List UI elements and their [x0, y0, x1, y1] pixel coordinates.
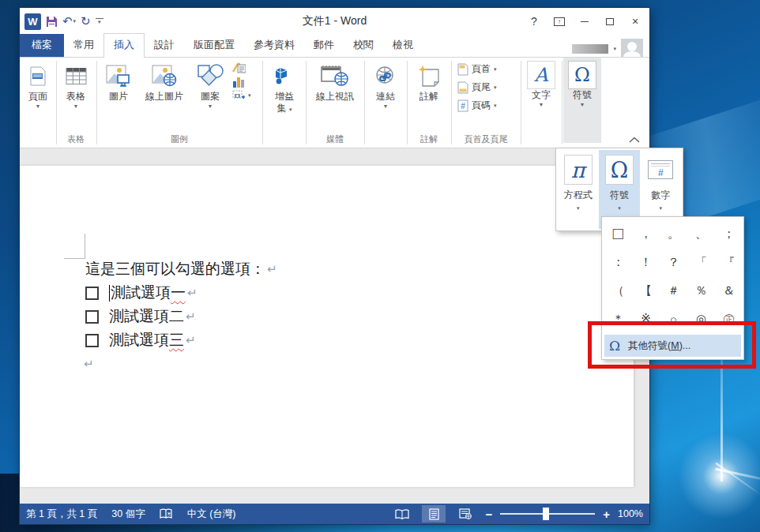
- proofing-status-button[interactable]: [160, 508, 173, 519]
- footer-icon: [457, 81, 468, 94]
- symbol-cell[interactable]: 【: [632, 276, 660, 305]
- symbol-cell[interactable]: ；: [715, 219, 743, 248]
- symbol-button[interactable]: Ω 符號▼: [563, 58, 601, 143]
- symbol-cell[interactable]: 『: [715, 248, 743, 276]
- print-layout-button[interactable]: [422, 505, 446, 523]
- zoom-level[interactable]: 100%: [618, 508, 643, 519]
- qat-customize-icon[interactable]: ▾: [96, 18, 103, 24]
- shapes-icon: [197, 61, 224, 91]
- checkbox-glyph[interactable]: [85, 310, 99, 324]
- word-logo-icon[interactable]: W: [24, 13, 41, 30]
- symbol-cell[interactable]: ％: [687, 276, 715, 305]
- symbol-cell[interactable]: 「: [687, 248, 715, 276]
- language-indicator[interactable]: 中文 (台灣): [187, 508, 236, 521]
- symbol-cell[interactable]: 。: [660, 219, 687, 248]
- symbol-cell[interactable]: ＃: [660, 276, 687, 305]
- tab-layout[interactable]: 版面配置: [184, 34, 244, 57]
- zoom-in-button[interactable]: +: [603, 508, 610, 520]
- group-table: 表格▼ 表格: [58, 58, 94, 148]
- tab-mailings[interactable]: 郵件: [304, 34, 344, 57]
- misspelled-word: 一: [171, 283, 186, 303]
- group-comments: 註解 註解: [408, 58, 450, 148]
- tab-file[interactable]: 檔案: [20, 34, 64, 57]
- group-text: A 文字▼: [522, 58, 560, 148]
- table-icon: [66, 61, 87, 91]
- checkbox-line: 測試選項二↵: [85, 305, 277, 328]
- pictures-button[interactable]: 圖片: [103, 61, 134, 103]
- text-icon: A: [527, 61, 555, 89]
- equation-button[interactable]: π 方程式▾: [558, 150, 598, 229]
- group-media: 線上視訊 媒體: [307, 58, 363, 148]
- undo-button[interactable]: ↶ ▾: [62, 14, 76, 28]
- tab-review[interactable]: 校閱: [344, 34, 383, 57]
- maximize-button[interactable]: [599, 12, 621, 31]
- tab-insert[interactable]: 插入: [103, 33, 145, 58]
- margin-crop-mark: [64, 258, 85, 259]
- symbol-cell[interactable]: ：: [604, 248, 632, 276]
- help-button[interactable]: ?: [523, 12, 545, 31]
- collapse-ribbon-button[interactable]: [629, 137, 640, 143]
- web-layout-button[interactable]: [453, 505, 477, 523]
- paragraph-mark: ↵: [186, 309, 196, 324]
- table-button[interactable]: 表格▼: [61, 61, 91, 110]
- header-button[interactable]: 頁首▾: [457, 62, 497, 76]
- zoom-slider[interactable]: [500, 513, 595, 515]
- checkbox-glyph[interactable]: [85, 287, 99, 300]
- quick-access-toolbar: W ↶ ▾ ↻ ▾: [20, 13, 103, 30]
- redo-button[interactable]: ↻: [81, 14, 91, 28]
- group-label-header-footer: 頁首及頁尾: [453, 133, 519, 145]
- tab-references[interactable]: 參考資料: [244, 34, 304, 57]
- chart-button[interactable]: [232, 76, 245, 88]
- symbol-grid: □ ， 。 、 ； ： ！ ？ 「 『 （ 【 ＃ ％ ＆ ＊ ※ ○ ◎ ㊣: [604, 219, 741, 333]
- illustrations-small-buttons: ▾: [232, 62, 251, 100]
- read-mode-button[interactable]: [390, 505, 414, 523]
- ribbon-display-options-button[interactable]: ↑: [548, 12, 570, 31]
- symbol-cell[interactable]: ！: [632, 248, 660, 276]
- checkbox-glyph[interactable]: [85, 334, 99, 347]
- symbol-cell[interactable]: （: [604, 276, 632, 305]
- symbol-cell[interactable]: 、: [687, 219, 715, 248]
- addins-icon: [274, 61, 295, 91]
- status-bar: 第 1 頁，共 1 頁 30 個字 中文 (台灣) − + 100%: [20, 504, 649, 524]
- page-number-button[interactable]: # 頁碼▾: [457, 99, 497, 112]
- symbol-cell[interactable]: ，: [632, 219, 660, 248]
- close-button[interactable]: ×: [624, 12, 646, 31]
- tab-view[interactable]: 檢視: [383, 34, 423, 57]
- symbol-cell[interactable]: ＆: [715, 276, 743, 305]
- ribbon: 頁面▼ 表格▼ 表格 圖片: [20, 57, 649, 148]
- group-label-media: 媒體: [307, 133, 363, 145]
- pages-button[interactable]: 頁面▼: [23, 61, 53, 110]
- screenshot-dropdown-icon[interactable]: ▾: [248, 92, 251, 99]
- document-page[interactable]: 這是三個可以勾選的選項：↵ 測試選項一↵ 測試選項二↵ 測試選項三↵ ↵: [20, 166, 634, 487]
- word-count[interactable]: 30 個字: [111, 508, 145, 521]
- group-addins: 增益集 ▾: [265, 58, 304, 148]
- page-indicator[interactable]: 第 1 頁，共 1 頁: [26, 508, 97, 521]
- minimize-button[interactable]: [574, 12, 596, 31]
- symbol-cell[interactable]: ？: [660, 248, 687, 276]
- chart-icon: [232, 76, 245, 88]
- text-button[interactable]: A 文字▼: [525, 61, 557, 108]
- screenshot-button[interactable]: ▾: [232, 90, 251, 100]
- zoom-out-button[interactable]: −: [485, 508, 492, 520]
- online-video-button[interactable]: 線上視訊: [309, 61, 361, 103]
- undo-dropdown-icon[interactable]: ▾: [73, 18, 77, 24]
- tab-design[interactable]: 設計: [145, 34, 184, 57]
- links-button[interactable]: 連結▼: [369, 61, 402, 110]
- addins-button[interactable]: 增益集 ▾: [268, 61, 301, 114]
- save-button[interactable]: [46, 16, 58, 28]
- tab-home[interactable]: 常用: [64, 34, 103, 57]
- document-line: 這是三個可以勾選的選項：↵: [85, 257, 277, 281]
- word-window: W ↶ ▾ ↻ ▾ 文件1 - Word ? ↑ ×: [20, 8, 649, 524]
- comment-button[interactable]: 註解: [413, 61, 445, 103]
- online-video-icon: [321, 61, 349, 91]
- web-layout-icon: [459, 508, 472, 519]
- smartart-button[interactable]: [232, 62, 246, 73]
- zoom-slider-thumb[interactable]: [543, 508, 549, 520]
- pi-icon: π: [571, 159, 585, 181]
- shapes-button[interactable]: 圖案▼: [193, 61, 228, 110]
- online-pictures-button[interactable]: 線上圖片: [139, 61, 190, 103]
- ribbon-options-icon: ↑: [554, 17, 565, 26]
- symbol-cell[interactable]: □: [604, 219, 632, 248]
- footer-button[interactable]: 頁尾▾: [457, 81, 497, 94]
- account-dropdown-icon[interactable]: ▾: [613, 46, 616, 52]
